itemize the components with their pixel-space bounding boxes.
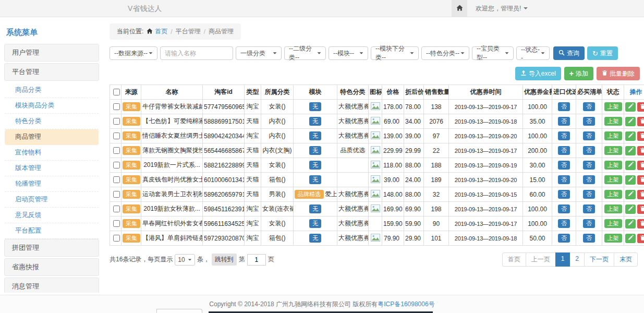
row-checkbox[interactable]: [113, 206, 120, 212]
row-checkbox[interactable]: [113, 118, 120, 125]
per-page-select[interactable]: 10: [175, 254, 195, 266]
module-badge[interactable]: 无: [309, 131, 321, 141]
module-subcategory-select[interactable]: --模块下分类--: [371, 46, 419, 60]
delete-button[interactable]: [637, 234, 644, 243]
edit-button[interactable]: [625, 190, 636, 199]
must-buy-badge[interactable]: 否: [583, 146, 595, 155]
breadcrumb-home-link[interactable]: 首页: [155, 27, 167, 36]
module-badge[interactable]: 无: [309, 175, 321, 185]
feature-category-select[interactable]: --特色分类--: [421, 46, 469, 60]
must-buy-badge[interactable]: 否: [583, 131, 595, 141]
row-checkbox[interactable]: [113, 235, 120, 242]
import-select-badge[interactable]: 否: [558, 175, 570, 185]
sidebar-item[interactable]: 版本管理: [5, 161, 99, 176]
page-number-input[interactable]: [247, 254, 266, 266]
module-select[interactable]: --模块--: [329, 46, 368, 60]
status-badge[interactable]: 上架: [604, 190, 622, 199]
sidebar-item[interactable]: 启动页管理: [5, 192, 99, 208]
user-menu[interactable]: 欢迎您，管理员!: [476, 4, 528, 13]
module-badge[interactable]: 无: [309, 146, 321, 155]
sidebar-item-active[interactable]: 商品管理: [5, 129, 99, 145]
delete-button[interactable]: [637, 190, 644, 199]
status-badge[interactable]: 上架: [604, 117, 622, 126]
row-checkbox[interactable]: [113, 162, 120, 168]
sidebar-item[interactable]: 省惠快报: [4, 258, 99, 276]
item-type-select[interactable]: --宝贝类型--: [472, 46, 514, 60]
pager-button[interactable]: 上一页: [526, 252, 556, 267]
edit-button[interactable]: [625, 219, 636, 228]
status-badge[interactable]: 上架: [604, 161, 622, 170]
sidebar-item[interactable]: 特色分类: [5, 114, 99, 129]
import-select-badge[interactable]: 否: [558, 131, 570, 141]
must-buy-badge[interactable]: 否: [583, 234, 595, 243]
add-button[interactable]: + 添加: [564, 67, 593, 80]
sidebar-item[interactable]: 拼团管理: [4, 239, 99, 257]
module-badge[interactable]: 无: [309, 234, 321, 243]
delete-button[interactable]: [637, 219, 644, 228]
status-select[interactable]: --状态--: [516, 46, 550, 60]
import-select-badge[interactable]: 否: [558, 204, 570, 214]
row-checkbox[interactable]: [113, 147, 120, 154]
import-select-badge[interactable]: 否: [558, 146, 570, 155]
select-all-checkbox[interactable]: [113, 89, 120, 95]
must-buy-badge[interactable]: 否: [583, 175, 595, 185]
import-select-badge[interactable]: 否: [558, 190, 570, 199]
icp-link[interactable]: 粤ICP备16098006号: [378, 300, 434, 309]
sidebar-item[interactable]: 消息管理: [4, 278, 99, 293]
delete-button[interactable]: [637, 102, 644, 112]
reset-button[interactable]: ↻ 重置: [587, 46, 618, 60]
status-badge[interactable]: 上架: [604, 102, 622, 112]
import-select-badge[interactable]: 否: [558, 161, 570, 170]
edit-button[interactable]: [625, 131, 636, 141]
must-buy-badge[interactable]: 否: [583, 190, 595, 199]
delete-button[interactable]: [637, 131, 644, 141]
status-badge[interactable]: 上架: [604, 146, 622, 155]
home-button[interactable]: [452, 0, 467, 17]
sidebar-item[interactable]: 模块商品分类: [5, 98, 99, 114]
edit-button[interactable]: [625, 117, 636, 126]
delete-button[interactable]: [637, 146, 644, 155]
edit-button[interactable]: [625, 234, 636, 243]
import-select-badge[interactable]: 否: [558, 117, 570, 126]
sidebar-item[interactable]: 平台配置: [5, 223, 99, 239]
import-select-badge[interactable]: 否: [558, 219, 570, 228]
sidebar-item[interactable]: 商品分类: [5, 82, 99, 98]
status-badge[interactable]: 上架: [604, 234, 622, 243]
module-badge[interactable]: 无: [309, 219, 321, 228]
module-badge[interactable]: 品牌精选: [295, 190, 324, 199]
delete-button[interactable]: [637, 204, 644, 214]
import-select-badge[interactable]: 否: [558, 102, 570, 112]
delete-button[interactable]: [637, 175, 644, 185]
sidebar-item[interactable]: 平台管理: [4, 63, 99, 81]
level2-category-select[interactable]: --二级分类--: [284, 46, 326, 60]
must-buy-badge[interactable]: 否: [583, 204, 595, 214]
must-buy-badge[interactable]: 否: [583, 219, 595, 228]
import-select-badge[interactable]: 否: [558, 234, 570, 243]
delete-button[interactable]: [637, 161, 644, 170]
sidebar-item[interactable]: 轮播管理: [5, 176, 99, 192]
row-checkbox[interactable]: [113, 220, 120, 227]
edit-button[interactable]: [625, 146, 636, 155]
name-input[interactable]: [160, 46, 233, 60]
row-checkbox[interactable]: [113, 133, 120, 139]
module-badge[interactable]: 无: [309, 161, 321, 170]
must-buy-badge[interactable]: 否: [583, 117, 595, 126]
pager-button[interactable]: 2: [569, 252, 585, 267]
sidebar-item[interactable]: 用户管理: [4, 44, 99, 62]
row-checkbox[interactable]: [113, 176, 120, 183]
batch-delete-button[interactable]: 批量删除: [597, 67, 640, 80]
status-badge[interactable]: 上架: [604, 175, 622, 185]
module-badge[interactable]: 无: [309, 102, 321, 112]
pager-button[interactable]: 末页: [614, 252, 638, 267]
status-badge[interactable]: 上架: [604, 131, 622, 141]
must-buy-badge[interactable]: 否: [583, 161, 595, 170]
status-badge[interactable]: 上架: [604, 204, 622, 214]
edit-button[interactable]: [625, 175, 636, 185]
import-excel-button[interactable]: 导入excel: [515, 67, 561, 80]
edit-button[interactable]: [625, 161, 636, 170]
jump-to-button[interactable]: 跳转到: [212, 254, 237, 266]
status-badge[interactable]: 上架: [604, 219, 622, 228]
row-checkbox[interactable]: [113, 103, 120, 110]
data-source-select[interactable]: --数据来源--: [110, 46, 157, 60]
pager-button[interactable]: 首页: [502, 252, 526, 267]
